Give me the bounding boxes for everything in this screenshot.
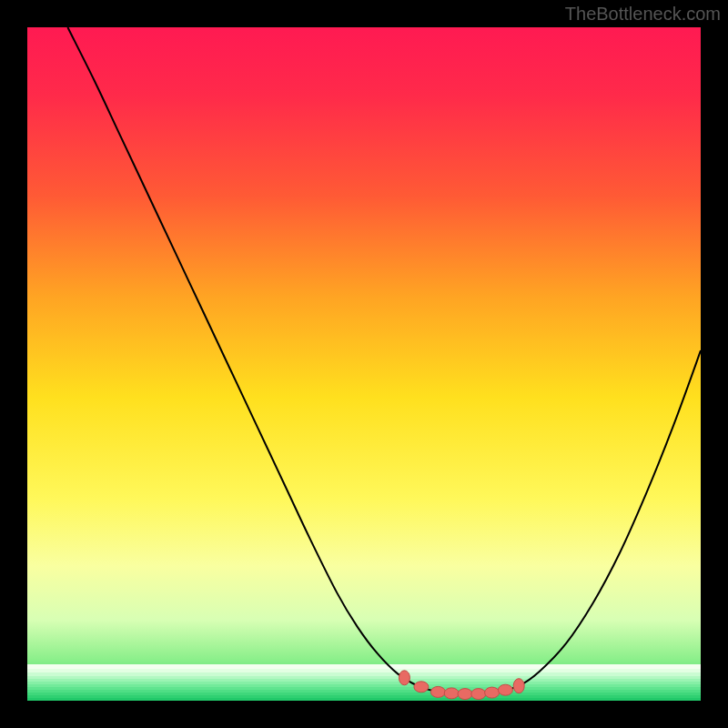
optimal-bead bbox=[513, 679, 524, 693]
optimal-bead bbox=[458, 689, 472, 700]
green-band bbox=[27, 676, 701, 679]
green-band bbox=[27, 698, 701, 701]
green-band bbox=[27, 664, 701, 669]
green-band bbox=[27, 687, 701, 690]
green-band bbox=[27, 684, 701, 687]
optimal-bead bbox=[414, 682, 429, 693]
optimal-bead bbox=[444, 688, 459, 699]
green-band bbox=[27, 672, 701, 676]
bottleneck-chart: TheBottleneck.com bbox=[0, 0, 728, 728]
plot-background bbox=[27, 27, 701, 701]
optimal-bead bbox=[485, 687, 500, 698]
chart-frame: TheBottleneck.com bbox=[0, 0, 728, 728]
optimal-bead bbox=[471, 689, 486, 700]
green-band bbox=[27, 693, 701, 695]
green-band bbox=[27, 690, 701, 693]
green-bands bbox=[27, 664, 701, 701]
watermark: TheBottleneck.com bbox=[565, 4, 721, 24]
green-band bbox=[27, 669, 701, 672]
optimal-bead bbox=[399, 671, 410, 685]
green-band bbox=[27, 682, 701, 684]
optimal-bead bbox=[498, 684, 512, 695]
green-band bbox=[27, 695, 701, 698]
green-band bbox=[27, 679, 701, 682]
optimal-bead bbox=[430, 686, 445, 697]
